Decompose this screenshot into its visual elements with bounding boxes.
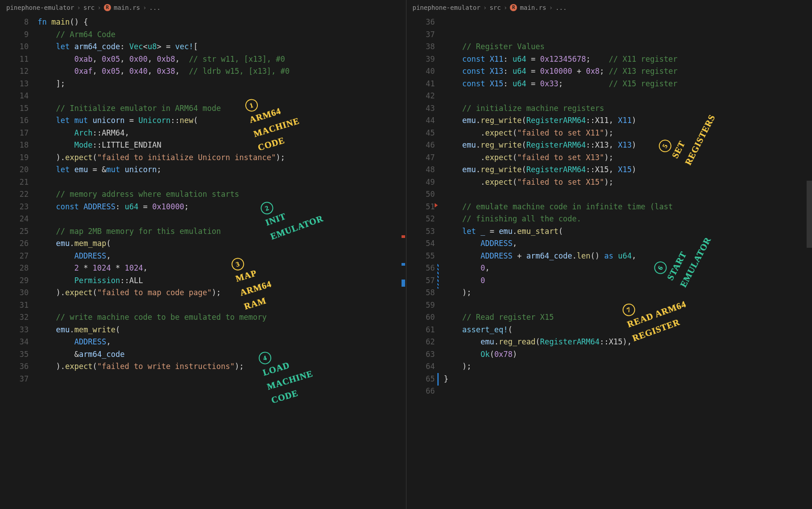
code-line[interactable] [444, 385, 812, 398]
overview-ruler-mark [402, 263, 405, 266]
code-line[interactable]: ); [444, 287, 812, 299]
code-line[interactable]: const X15: u64 = 0x33; // X15 register [444, 78, 812, 90]
code-line[interactable]: // Read register X15 [444, 311, 812, 324]
code-content[interactable]: fn main() { // Arm64 Code let arm64_code… [35, 15, 406, 509]
code-line[interactable]: ADDRESS, [38, 336, 406, 348]
code-line[interactable]: const ADDRESS: u64 = 0x10000; [38, 201, 406, 213]
code-line[interactable]: ADDRESS, [38, 250, 406, 263]
line-number: 23 [0, 201, 29, 213]
breadcrumb-folder[interactable]: src [83, 3, 94, 13]
code-line[interactable]: Mode::LITTLE_ENDIAN [38, 139, 406, 152]
line-number: 48 [406, 164, 435, 176]
code-line[interactable]: emu.reg_write(RegisterARM64::X15, X15) [444, 164, 812, 176]
code-line[interactable]: // memory address where emulation starts [38, 188, 406, 201]
code-line[interactable] [444, 16, 812, 29]
line-number: 44 [406, 115, 435, 127]
code-editor-right[interactable]: 3637383940414243444546474849505152535455… [406, 15, 812, 509]
code-line[interactable]: emu.reg_write(RegisterARM64::X13, X13) [444, 139, 812, 152]
code-line[interactable]: // finishing all the code. [444, 213, 812, 225]
code-line[interactable]: let mut unicorn = Unicorn::new( [38, 115, 406, 127]
code-line[interactable] [38, 176, 406, 189]
code-line[interactable]: 0 [444, 275, 812, 287]
code-line[interactable] [444, 29, 812, 41]
code-editor-left[interactable]: 8910111213141516171819202122232425262728… [0, 15, 406, 509]
breakpoint-icon[interactable] [435, 203, 438, 208]
code-line[interactable]: let _ = emu.emu_start( [444, 225, 812, 238]
code-line[interactable]: emu.reg_write(RegisterARM64::X11, X11) [444, 115, 812, 127]
code-line[interactable] [38, 373, 406, 386]
code-line[interactable]: ).expect("failed to map code page"); [38, 287, 406, 299]
code-line[interactable]: Ok(0x78) [444, 348, 812, 361]
code-line[interactable] [444, 90, 812, 102]
code-line[interactable] [38, 299, 406, 312]
line-number: 20 [0, 164, 29, 176]
breadcrumb-file[interactable]: main.rs [520, 3, 546, 13]
code-line[interactable]: .expect("failed to set X11"); [444, 127, 812, 140]
code-line[interactable]: // write machine code to be emulated to … [38, 311, 406, 324]
line-number: 36 [0, 361, 29, 373]
line-number: 25 [0, 225, 29, 238]
code-line[interactable]: assert_eq!( [444, 324, 812, 336]
code-line[interactable]: ).expect("failed to initialize Unicorn i… [38, 152, 406, 164]
line-number: 14 [0, 90, 29, 102]
code-line[interactable]: emu.reg_read(RegisterARM64::X15), [444, 336, 812, 348]
code-line[interactable]: const X13: u64 = 0x10000 + 0x8; // X13 r… [444, 65, 812, 78]
code-line[interactable]: ]; [38, 78, 406, 90]
breadcrumbs-left[interactable]: pinephone-emulator › src › R main.rs › .… [0, 0, 406, 15]
line-number: 29 [0, 275, 29, 287]
line-number: 8 [0, 16, 29, 29]
code-line[interactable] [38, 213, 406, 225]
code-line[interactable] [444, 299, 812, 312]
breadcrumb-symbol[interactable]: ... [556, 3, 567, 13]
line-number: 62 [406, 336, 435, 348]
breadcrumb-folder[interactable]: src [490, 3, 501, 13]
code-line[interactable] [444, 188, 812, 201]
line-number-gutter: 8910111213141516171819202122232425262728… [0, 15, 35, 509]
code-line[interactable]: 0, [444, 262, 812, 275]
breadcrumb-file[interactable]: main.rs [114, 3, 140, 13]
code-line[interactable]: fn main() { [38, 16, 406, 29]
code-line[interactable]: let arm64_code: Vec<u8> = vec![ [38, 41, 406, 53]
code-line[interactable]: // map 2MB memory for this emulation [38, 225, 406, 238]
code-line[interactable]: ADDRESS + arm64_code.len() as u64, [444, 250, 812, 263]
line-number: 31 [0, 299, 29, 312]
breadcrumb-root[interactable]: pinephone-emulator [6, 3, 74, 13]
code-line[interactable]: // initialize machine registers [444, 102, 812, 115]
code-line[interactable]: ).expect("failed to write instructions")… [38, 361, 406, 373]
code-line[interactable]: emu.mem_write( [38, 324, 406, 336]
code-line[interactable]: // Register Values [444, 41, 812, 53]
breadcrumbs-right[interactable]: pinephone-emulator › src › R main.rs › .… [406, 0, 812, 15]
line-number: 52 [406, 213, 435, 225]
code-line[interactable]: &arm64_code [38, 348, 406, 361]
code-line[interactable]: const X11: u64 = 0x12345678; // X11 regi… [444, 53, 812, 66]
line-number: 55 [406, 250, 435, 263]
code-line[interactable]: let emu = &mut unicorn; [38, 164, 406, 176]
code-line[interactable]: 0xaf, 0x05, 0x40, 0x38, // ldrb w15, [x1… [38, 65, 406, 78]
code-line[interactable]: // Arm64 Code [38, 29, 406, 41]
code-content[interactable]: // Register Values const X11: u64 = 0x12… [441, 15, 812, 509]
line-number: 45 [406, 127, 435, 140]
breadcrumb-root[interactable]: pinephone-emulator [413, 3, 481, 13]
code-line[interactable] [38, 90, 406, 102]
code-line[interactable]: 0xab, 0x05, 0x00, 0xb8, // str w11, [x13… [38, 53, 406, 66]
code-line[interactable]: .expect("failed to set X13"); [444, 152, 812, 164]
line-number: 66 [406, 385, 435, 398]
code-line[interactable]: // emulate machine code in infinite time… [444, 201, 812, 213]
code-line[interactable]: Arch::ARM64, [38, 127, 406, 140]
line-number: 35 [0, 348, 29, 361]
code-line[interactable]: } [444, 373, 812, 386]
code-line[interactable]: 2 * 1024 * 1024, [38, 262, 406, 275]
line-number-gutter: 3637383940414243444546474849505152535455… [406, 15, 441, 509]
code-line[interactable]: Permission::ALL [38, 275, 406, 287]
code-line[interactable]: // Initialize emulator in ARM64 mode [38, 102, 406, 115]
line-number: 40 [406, 65, 435, 78]
line-number: 33 [0, 324, 29, 336]
vertical-scrollbar[interactable] [807, 181, 812, 248]
code-line[interactable]: ); [444, 361, 812, 373]
overview-ruler-mark [402, 235, 405, 238]
breadcrumb-symbol[interactable]: ... [149, 3, 160, 13]
overview-ruler-mark [402, 280, 405, 287]
code-line[interactable]: .expect("failed to set X15"); [444, 176, 812, 189]
code-line[interactable]: emu.mem_map( [38, 238, 406, 250]
code-line[interactable]: ADDRESS, [444, 238, 812, 250]
